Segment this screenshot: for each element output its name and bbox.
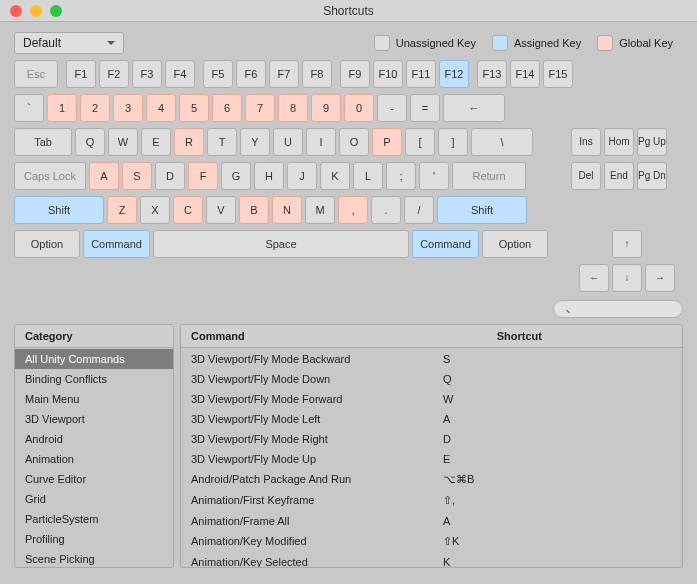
key-f[interactable]: F [188,162,218,190]
key-backslash[interactable]: \ [471,128,533,156]
key-backtick[interactable]: ` [14,94,44,122]
category-item[interactable]: Curve Editor [15,469,173,489]
command-row[interactable]: Animation/Frame AllA [181,511,682,531]
key-4[interactable]: 4 [146,94,176,122]
key-arrow-right[interactable]: → [645,264,675,292]
key-tab[interactable]: Tab [14,128,72,156]
command-row[interactable]: 3D Viewport/Fly Mode ForwardW [181,389,682,409]
key-f10[interactable]: F10 [373,60,403,88]
command-row[interactable]: 3D Viewport/Fly Mode LeftA [181,409,682,429]
command-row[interactable]: 3D Viewport/Fly Mode UpE [181,449,682,469]
key-arrow-up[interactable]: ↑ [612,230,642,258]
category-item[interactable]: Main Menu [15,389,173,409]
key-9[interactable]: 9 [311,94,341,122]
key-b[interactable]: B [239,196,269,224]
key-e[interactable]: E [141,128,171,156]
key-8[interactable]: 8 [278,94,308,122]
key-x[interactable]: X [140,196,170,224]
category-item[interactable]: All Unity Commands [15,349,173,369]
key-c[interactable]: C [173,196,203,224]
minimize-button[interactable] [30,5,42,17]
key-ins[interactable]: Ins [571,128,601,156]
key-q[interactable]: Q [75,128,105,156]
key-s[interactable]: S [122,162,152,190]
key-del[interactable]: Del [571,162,601,190]
key-space[interactable]: Space [153,230,409,258]
key-w[interactable]: W [108,128,138,156]
key-k[interactable]: K [320,162,350,190]
command-row[interactable]: Animation/Key SelectedK [181,552,682,567]
key-command-right[interactable]: Command [412,230,479,258]
category-item[interactable]: ParticleSystem [15,509,173,529]
search-input[interactable] [553,300,683,318]
key-m[interactable]: M [305,196,335,224]
key-j[interactable]: J [287,162,317,190]
key-return[interactable]: Return [452,162,526,190]
profile-dropdown[interactable]: Default [14,32,124,54]
key-z[interactable]: Z [107,196,137,224]
key-p[interactable]: P [372,128,402,156]
command-row[interactable]: Android/Patch Package And Run⌥⌘B [181,469,682,490]
key-5[interactable]: 5 [179,94,209,122]
key-end[interactable]: End [604,162,634,190]
key-g[interactable]: G [221,162,251,190]
key-esc[interactable]: Esc [14,60,58,88]
key-l[interactable]: L [353,162,383,190]
key-0[interactable]: 0 [344,94,374,122]
key-2[interactable]: 2 [80,94,110,122]
key-f7[interactable]: F7 [269,60,299,88]
key-v[interactable]: V [206,196,236,224]
key-shift-left[interactable]: Shift [14,196,104,224]
key-6[interactable]: 6 [212,94,242,122]
key-1[interactable]: 1 [47,94,77,122]
command-row[interactable]: 3D Viewport/Fly Mode BackwardS [181,349,682,369]
command-row[interactable]: Animation/First Keyframe⇧, [181,490,682,511]
key-equal[interactable]: = [410,94,440,122]
key-capslock[interactable]: Caps Lock [14,162,86,190]
key-f11[interactable]: F11 [406,60,436,88]
key-u[interactable]: U [273,128,303,156]
key-3[interactable]: 3 [113,94,143,122]
category-item[interactable]: Android [15,429,173,449]
key-shift-right[interactable]: Shift [437,196,527,224]
key-[[interactable]: [ [405,128,435,156]
key-f3[interactable]: F3 [132,60,162,88]
key-7[interactable]: 7 [245,94,275,122]
key-f8[interactable]: F8 [302,60,332,88]
key-f2[interactable]: F2 [99,60,129,88]
key-n[interactable]: N [272,196,302,224]
category-item[interactable]: 3D Viewport [15,409,173,429]
key-r[interactable]: R [174,128,204,156]
key-;[interactable]: ; [386,162,416,190]
key-y[interactable]: Y [240,128,270,156]
key-pgdn[interactable]: Pg Dn [637,162,667,190]
key-command-left[interactable]: Command [83,230,150,258]
key-t[interactable]: T [207,128,237,156]
command-row[interactable]: 3D Viewport/Fly Mode RightD [181,429,682,449]
key-f9[interactable]: F9 [340,60,370,88]
command-row[interactable]: Animation/Key Modified⇧K [181,531,682,552]
key-minus[interactable]: - [377,94,407,122]
key-a[interactable]: A [89,162,119,190]
key-option-right[interactable]: Option [482,230,548,258]
key-f1[interactable]: F1 [66,60,96,88]
key-backspace[interactable]: ← [443,94,505,122]
close-button[interactable] [10,5,22,17]
key-][interactable]: ] [438,128,468,156]
key-h[interactable]: H [254,162,284,190]
category-item[interactable]: Grid [15,489,173,509]
category-item[interactable]: Binding Conflicts [15,369,173,389]
key-d[interactable]: D [155,162,185,190]
key-f5[interactable]: F5 [203,60,233,88]
key-f13[interactable]: F13 [477,60,507,88]
key-.[interactable]: . [371,196,401,224]
key-f6[interactable]: F6 [236,60,266,88]
key-pgup[interactable]: Pg Up [637,128,667,156]
key-f14[interactable]: F14 [510,60,540,88]
category-item[interactable]: Animation [15,449,173,469]
key-,[interactable]: , [338,196,368,224]
key-home[interactable]: Hom [604,128,634,156]
key-f12[interactable]: F12 [439,60,469,88]
category-item[interactable]: Scene Picking [15,549,173,567]
key-i[interactable]: I [306,128,336,156]
